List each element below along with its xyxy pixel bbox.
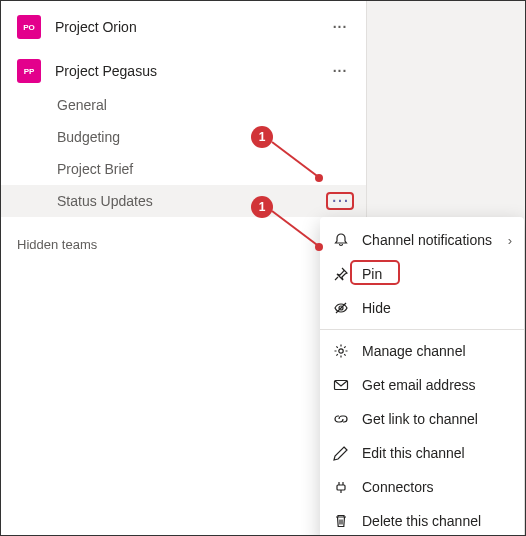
channel-label: General (57, 97, 354, 113)
chevron-right-icon: › (508, 233, 512, 248)
channel-row-selected[interactable]: Status Updates ··· (1, 185, 366, 217)
menu-item-hide[interactable]: Hide (320, 291, 524, 325)
menu-item-pin[interactable]: Pin (320, 257, 524, 291)
menu-label: Hide (362, 300, 512, 316)
gear-icon (332, 342, 350, 360)
more-options-icon[interactable]: ··· (326, 57, 354, 85)
more-options-icon[interactable]: ··· (326, 13, 354, 41)
menu-item-edit[interactable]: Edit this channel (320, 436, 524, 470)
menu-label: Connectors (362, 479, 512, 495)
menu-label: Edit this channel (362, 445, 512, 461)
channel-row[interactable]: General (1, 89, 366, 121)
hidden-teams-label[interactable]: Hidden teams (1, 217, 366, 272)
team-row-orion[interactable]: PO Project Orion ··· (1, 9, 366, 45)
menu-label: Channel notifications (362, 232, 496, 248)
svg-rect-3 (337, 485, 345, 490)
teams-sidebar: PO Project Orion ··· PP Project Pegasus … (1, 1, 367, 535)
team-avatar: PO (17, 15, 41, 39)
channel-label: Status Updates (57, 193, 326, 209)
menu-item-manage[interactable]: Manage channel (320, 334, 524, 368)
annotation-badge-2: 1 (251, 196, 273, 218)
bell-icon (332, 231, 350, 249)
team-avatar: PP (17, 59, 41, 83)
menu-item-connectors[interactable]: Connectors (320, 470, 524, 504)
annotation-badge-1: 1 (251, 126, 273, 148)
channel-more-icon[interactable]: ··· (326, 192, 354, 210)
menu-label: Manage channel (362, 343, 512, 359)
channel-label: Budgeting (57, 129, 354, 145)
menu-label: Get email address (362, 377, 512, 393)
pencil-icon (332, 444, 350, 462)
channel-row[interactable]: Project Brief (1, 153, 366, 185)
menu-label: Get link to channel (362, 411, 512, 427)
connectors-icon (332, 478, 350, 496)
team-name-label: Project Orion (55, 19, 326, 35)
annotation-dot (315, 174, 323, 182)
link-icon (332, 410, 350, 428)
menu-item-delete[interactable]: Delete this channel (320, 504, 524, 536)
svg-point-1 (339, 349, 343, 353)
menu-item-link[interactable]: Get link to channel (320, 402, 524, 436)
menu-divider (320, 329, 524, 330)
hide-icon (332, 299, 350, 317)
menu-label: Pin (362, 266, 512, 282)
menu-label: Delete this channel (362, 513, 512, 529)
pin-icon (332, 265, 350, 283)
channel-row[interactable]: Budgeting (1, 121, 366, 153)
menu-item-email[interactable]: Get email address (320, 368, 524, 402)
menu-item-notifications[interactable]: Channel notifications › (320, 223, 524, 257)
team-row-pegasus[interactable]: PP Project Pegasus ··· (1, 53, 366, 89)
channel-context-menu: Channel notifications › Pin Hide Manage … (320, 217, 524, 536)
annotation-dot (315, 243, 323, 251)
mail-icon (332, 376, 350, 394)
trash-icon (332, 512, 350, 530)
team-name-label: Project Pegasus (55, 63, 326, 79)
